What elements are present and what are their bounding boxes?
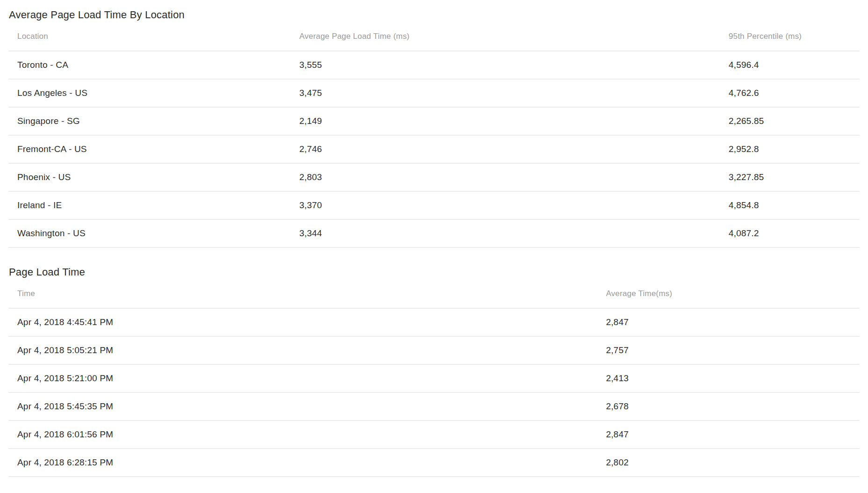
p95-cell: 4,854.8 xyxy=(729,191,860,219)
p95-cell: 2,952.8 xyxy=(729,135,860,163)
p95-cell: 3,227.85 xyxy=(729,163,860,191)
time-cell: Apr 4, 2018 5:21:00 PM xyxy=(8,364,606,392)
location-cell: Toronto - CA xyxy=(8,51,299,79)
table-row: Apr 4, 2018 6:28:15 PM 2,802 xyxy=(8,449,860,477)
table-row: Singapore - SG 2,149 2,265.85 xyxy=(8,107,860,135)
p95-cell: 4,762.6 xyxy=(729,79,860,107)
avg-load-cell: 3,344 xyxy=(299,219,729,247)
table-row: Apr 4, 2018 4:45:41 PM 2,847 xyxy=(8,308,860,336)
avg-time-cell: 2,757 xyxy=(606,336,860,364)
table-row: Toronto - CA 3,555 4,596.4 xyxy=(8,51,860,79)
column-header-avg-load-time: Average Page Load Time (ms) xyxy=(299,22,729,51)
table-row: Apr 4, 2018 5:05:21 PM 2,757 xyxy=(8,336,860,364)
table-row: Washington - US 3,344 4,087.2 xyxy=(8,219,860,247)
avg-load-cell: 2,149 xyxy=(299,107,729,135)
table-row: Los Angeles - US 3,475 4,762.6 xyxy=(8,79,860,107)
column-header-95th-percentile: 95th Percentile (ms) xyxy=(729,22,860,51)
column-header-location: Location xyxy=(8,22,299,51)
location-table-title: Average Page Load Time By Location xyxy=(0,0,868,22)
table-row: Phoenix - US 2,803 3,227.85 xyxy=(8,163,860,191)
table-row: Ireland - IE 3,370 4,854.8 xyxy=(8,191,860,219)
avg-load-cell: 3,370 xyxy=(299,191,729,219)
time-cell: Apr 4, 2018 5:45:35 PM xyxy=(8,392,606,420)
time-cell: Apr 4, 2018 5:05:21 PM xyxy=(8,336,606,364)
time-cell: Apr 4, 2018 4:45:41 PM xyxy=(8,308,606,336)
page-load-report: Average Page Load Time By Location Locat… xyxy=(0,0,868,477)
time-table-title: Page Load Time xyxy=(0,266,868,279)
header-row: Location Average Page Load Time (ms) 95t… xyxy=(8,22,860,51)
time-table-header: Time Average Time(ms) xyxy=(8,279,860,308)
avg-load-cell: 3,475 xyxy=(299,79,729,107)
table-row: Apr 4, 2018 5:21:00 PM 2,413 xyxy=(8,364,860,392)
header-row: Time Average Time(ms) xyxy=(8,279,860,308)
time-cell: Apr 4, 2018 6:01:56 PM xyxy=(8,420,606,449)
column-header-time: Time xyxy=(8,279,606,308)
location-cell: Fremont-CA - US xyxy=(8,135,299,163)
location-cell: Phoenix - US xyxy=(8,163,299,191)
column-header-avg-time: Average Time(ms) xyxy=(606,279,860,308)
avg-time-cell: 2,413 xyxy=(606,364,860,392)
location-table: Location Average Page Load Time (ms) 95t… xyxy=(8,22,860,248)
avg-load-cell: 3,555 xyxy=(299,51,729,79)
avg-load-cell: 2,746 xyxy=(299,135,729,163)
p95-cell: 2,265.85 xyxy=(729,107,860,135)
table-row: Apr 4, 2018 6:01:56 PM 2,847 xyxy=(8,420,860,449)
p95-cell: 4,087.2 xyxy=(729,219,860,247)
avg-time-cell: 2,847 xyxy=(606,420,860,449)
table-row: Apr 4, 2018 5:45:35 PM 2,678 xyxy=(8,392,860,420)
location-cell: Ireland - IE xyxy=(8,191,299,219)
location-table-header: Location Average Page Load Time (ms) 95t… xyxy=(8,22,860,51)
location-cell: Singapore - SG xyxy=(8,107,299,135)
location-cell: Washington - US xyxy=(8,219,299,247)
p95-cell: 4,596.4 xyxy=(729,51,860,79)
time-table: Time Average Time(ms) Apr 4, 2018 4:45:4… xyxy=(8,279,860,477)
avg-time-cell: 2,847 xyxy=(606,308,860,336)
time-cell: Apr 4, 2018 6:28:15 PM xyxy=(8,449,606,477)
avg-load-cell: 2,803 xyxy=(299,163,729,191)
location-cell: Los Angeles - US xyxy=(8,79,299,107)
table-row: Fremont-CA - US 2,746 2,952.8 xyxy=(8,135,860,163)
avg-time-cell: 2,678 xyxy=(606,392,860,420)
avg-time-cell: 2,802 xyxy=(606,449,860,477)
